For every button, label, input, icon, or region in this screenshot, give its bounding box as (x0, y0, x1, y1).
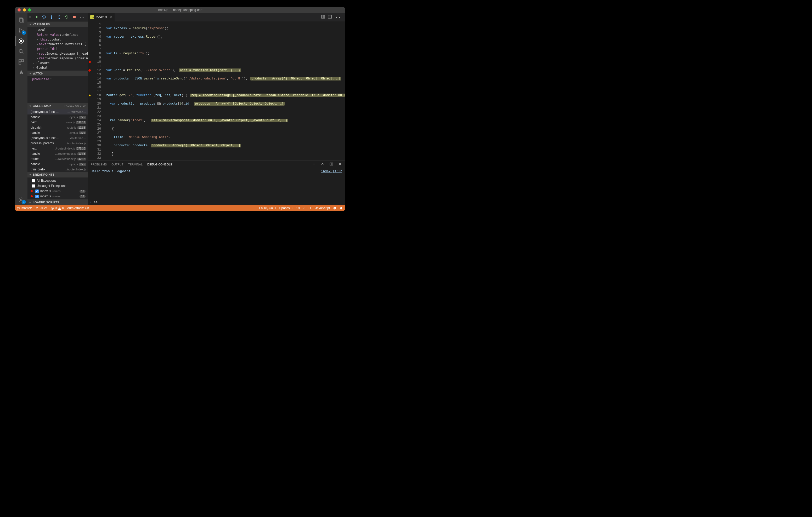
callstack-frame[interactable]: process_params.../router/index.js (27, 141, 88, 146)
callstack-frame[interactable]: handle.../router/index.js174:3 (27, 151, 88, 156)
scope-closure[interactable]: ▸Closure (27, 61, 88, 65)
code-content[interactable]: var express = require('express'); var ro… (104, 22, 345, 160)
loaded-scripts-header[interactable]: ▸LOADED SCRIPTS (27, 200, 88, 205)
git-sync[interactable]: 0↓ 2↑ (35, 206, 47, 210)
settings-icon[interactable]: 1 (15, 195, 27, 205)
svg-point-34 (341, 209, 341, 209)
spaces[interactable]: Spaces: 2 (280, 206, 293, 210)
var-next[interactable]: ▸next: function next(err) { … } (27, 42, 88, 47)
language-mode[interactable]: JavaScript (315, 206, 330, 210)
code-editor[interactable]: 1234567891011121314151617181920212223242… (88, 22, 345, 160)
line-number-gutter: 1234567891011121314151617181920212223242… (92, 22, 104, 160)
close-tab-icon[interactable]: × (110, 16, 112, 19)
debug-icon[interactable] (15, 36, 27, 46)
tab-terminal[interactable]: TERMINAL (128, 163, 143, 166)
problems-status[interactable]: 0 0 (51, 206, 64, 210)
svg-point-15 (59, 18, 60, 19)
tab-label: index.js (96, 15, 107, 19)
var-res[interactable]: ▸res: ServerResponse {domain: null… (27, 56, 88, 61)
collapse-up-icon[interactable] (321, 162, 325, 167)
restart-button[interactable] (64, 13, 70, 20)
callstack-frame[interactable]: dispatchroute.js112:3 (27, 125, 88, 130)
callstack-frame[interactable]: (anonymous function).../routes/ind… (27, 109, 88, 115)
explorer-icon[interactable] (15, 15, 27, 25)
bp-checkbox[interactable] (32, 184, 35, 188)
callstack-frame[interactable]: (anonymous function).../router/ind… (27, 135, 88, 141)
tab-problems[interactable]: PROBLEMS (91, 163, 107, 166)
step-over-button[interactable] (41, 13, 47, 20)
breakpoints-header[interactable]: ▾BREAKPOINTS (27, 172, 88, 178)
callstack-frame[interactable]: next.../router/index.js275:10 (27, 146, 88, 151)
encoding[interactable]: UTF-8 (296, 206, 305, 210)
logpoint-icon[interactable] (88, 69, 91, 71)
auto-attach[interactable]: Auto Attach: On (67, 206, 89, 210)
extensions-icon[interactable] (15, 57, 27, 67)
settings-badge: 1 (22, 200, 26, 204)
cursor-position[interactable]: Ln 18, Col 1 (259, 206, 276, 210)
bp-uncaught-exceptions[interactable]: Uncaught Exceptions (27, 183, 88, 188)
var-return-value[interactable]: Return value: undefined (27, 32, 88, 37)
scope-global[interactable]: ▸Global (27, 65, 88, 70)
tab-debug-console[interactable]: DEBUG CONSOLE (147, 163, 172, 167)
breakpoint-gutter[interactable] (88, 22, 92, 160)
callstack-frame[interactable]: nextroute.js137:13 (27, 120, 88, 125)
window-minimize-icon[interactable] (23, 8, 26, 11)
var-req[interactable]: ▸req: IncomingMessage {_readableSt… (27, 51, 88, 56)
bp-item[interactable]: index.jsroutes12 (27, 194, 88, 199)
svg-point-33 (335, 208, 335, 208)
callstack-frame[interactable]: trim_prefix.../router/index.js (27, 167, 88, 172)
step-out-button[interactable] (56, 13, 62, 20)
feedback-icon[interactable] (333, 207, 337, 210)
stop-button[interactable] (71, 13, 78, 20)
callstack-frame[interactable]: handlelayer.js95:5 (27, 115, 88, 120)
debug-console-output[interactable]: Hallo from a Logpoint index.js:12 (88, 168, 345, 199)
more-actions-icon[interactable]: ⋯ (79, 14, 86, 20)
scm-icon[interactable]: 4 (15, 25, 27, 36)
tab-index-js[interactable]: JS index.js × (88, 13, 115, 22)
split-editor-icon[interactable] (328, 14, 332, 20)
bp-checkbox[interactable] (35, 195, 39, 198)
callstack-frame[interactable]: handlelayer.js95:5 (27, 130, 88, 135)
bp-checkbox[interactable] (32, 179, 35, 182)
svg-rect-8 (19, 60, 21, 62)
bp-item[interactable]: index.jsroutes10 (27, 188, 88, 194)
svg-rect-16 (73, 16, 76, 18)
scope-local[interactable]: ▾Local (27, 28, 88, 32)
svg-rect-17 (321, 15, 323, 18)
layout-icon[interactable] (329, 162, 333, 167)
var-this[interactable]: ▸this: global (27, 37, 88, 42)
eol[interactable]: LF (309, 206, 312, 210)
tab-output[interactable]: OUTPUT (111, 163, 123, 166)
var-productid[interactable]: productId: 1 (27, 47, 88, 51)
svg-rect-9 (22, 60, 24, 62)
more-editor-actions-icon[interactable]: ⋯ (335, 14, 342, 20)
step-into-button[interactable] (49, 13, 55, 20)
azure-icon[interactable] (15, 67, 27, 78)
titlebar: index.js — nodejs-shopping-cart (15, 7, 345, 13)
filter-icon[interactable] (312, 162, 316, 167)
drag-handle-icon[interactable] (29, 13, 31, 21)
svg-point-31 (334, 207, 336, 209)
breakpoint-icon[interactable] (89, 61, 91, 63)
debug-console-input[interactable] (93, 200, 343, 204)
callstack-frame[interactable]: router.../router/index.js47:12 (27, 156, 88, 161)
notifications-icon[interactable] (340, 207, 343, 210)
js-file-icon: JS (90, 15, 94, 19)
bp-all-exceptions[interactable]: All Exceptions (27, 178, 88, 183)
svg-point-14 (51, 18, 52, 19)
variables-header[interactable]: ▾VARIABLES (27, 22, 88, 27)
callstack-frame[interactable]: handlelayer.js95:5 (27, 161, 88, 167)
watch-header[interactable]: ▾WATCH (27, 70, 88, 76)
bp-checkbox[interactable] (35, 189, 39, 193)
svg-point-26 (18, 207, 18, 208)
console-source-link[interactable]: index.js:12 (321, 169, 342, 174)
continue-button[interactable] (33, 13, 40, 20)
close-panel-icon[interactable] (338, 162, 342, 167)
window-maximize-icon[interactable] (28, 8, 31, 11)
callstack-header[interactable]: ▾CALL STACKPAUSED ON STEP (27, 103, 88, 109)
search-icon[interactable] (15, 46, 27, 57)
compare-changes-icon[interactable] (321, 14, 325, 20)
watch-item[interactable]: productId: 1 (27, 77, 88, 82)
git-branch[interactable]: master* (17, 206, 32, 210)
window-close-icon[interactable] (18, 8, 21, 11)
